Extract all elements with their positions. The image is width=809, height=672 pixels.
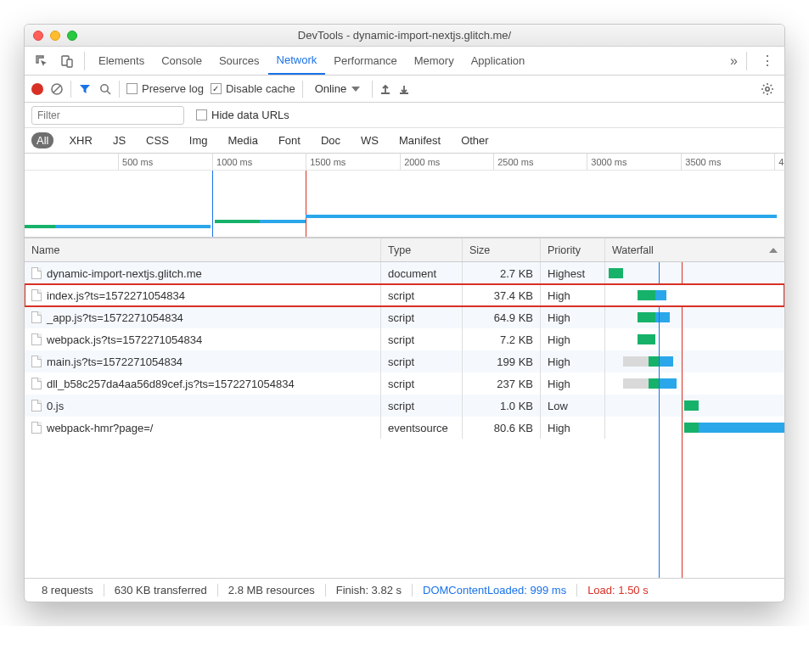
request-name: webpack-hmr?page=/ [47, 422, 153, 434]
file-icon [31, 356, 42, 367]
sort-asc-icon [769, 248, 778, 253]
tab-application[interactable]: Application [463, 47, 534, 75]
timeline-tick: 40 [774, 154, 785, 170]
filter-icon[interactable] [78, 82, 92, 96]
request-name: dynamic-import-nextjs.glitch.me [47, 267, 202, 280]
overview-bar [260, 220, 306, 223]
table-row[interactable]: main.js?ts=1572271054834script199 KBHigh [25, 350, 784, 372]
device-toolbar-icon[interactable] [55, 54, 79, 68]
overview-bar [215, 220, 261, 223]
type-filter-ws[interactable]: WS [356, 132, 384, 148]
download-har-icon[interactable] [398, 83, 410, 95]
throttling-select[interactable]: Online [310, 82, 366, 95]
type-filter-img[interactable]: Img [184, 132, 213, 148]
request-priority: High [541, 328, 605, 350]
overview-timeline[interactable]: 500 ms1000 ms1500 ms2000 ms2500 ms3000 m… [25, 154, 784, 238]
status-dcl: DOMContentLoaded: 999 ms [413, 584, 577, 596]
domcontentloaded-marker [212, 171, 213, 237]
tab-performance[interactable]: Performance [325, 47, 405, 75]
request-type: script [381, 372, 463, 395]
window-title: DevTools - dynamic-import-nextjs.glitch.… [25, 29, 784, 42]
request-size: 199 KB [463, 350, 541, 372]
file-icon [31, 400, 42, 412]
timeline-tick: 2000 ms [400, 154, 440, 170]
inspect-icon[interactable] [30, 54, 53, 68]
status-finish: Finish: 3.82 s [326, 584, 413, 596]
type-filter-css[interactable]: CSS [141, 132, 174, 148]
col-type[interactable]: Type [381, 238, 463, 261]
request-waterfall [605, 306, 784, 328]
col-name[interactable]: Name [25, 238, 381, 261]
request-name: index.js?ts=1572271054834 [47, 289, 185, 302]
table-row[interactable]: dll_b58c257da4aa56d89cef.js?ts=157227105… [25, 372, 784, 395]
kebab-menu-icon[interactable]: ⋮ [756, 53, 779, 69]
panel-tabs: ElementsConsoleSourcesNetworkPerformance… [25, 47, 784, 76]
throttling-value: Online [315, 82, 347, 95]
type-filter-xhr[interactable]: XHR [64, 132, 97, 148]
request-priority: High [541, 372, 605, 395]
type-filter-media[interactable]: Media [222, 132, 262, 148]
network-toolbar: Preserve log Disable cache Online [25, 76, 784, 103]
request-type: document [381, 262, 463, 284]
timeline-tick: 3500 ms [681, 154, 721, 170]
table-row[interactable]: 0.jsscript1.0 KBLow [25, 395, 784, 417]
dcl-line [659, 262, 660, 578]
timeline-tick: 3000 ms [587, 154, 626, 170]
overview-bar [55, 225, 211, 228]
type-filter-doc[interactable]: Doc [316, 132, 346, 148]
request-waterfall [605, 328, 784, 350]
hide-data-urls-checkbox[interactable]: Hide data URLs [196, 109, 289, 121]
settings-gear-icon[interactable] [761, 82, 778, 96]
request-type: script [381, 306, 463, 328]
status-requests: 8 requests [31, 584, 104, 596]
request-name: main.js?ts=1572271054834 [47, 356, 183, 368]
request-type: script [381, 284, 463, 306]
file-icon [31, 267, 42, 279]
col-waterfall[interactable]: Waterfall [605, 238, 784, 261]
table-row[interactable]: webpack-hmr?page=/eventsource80.6 KBHigh [25, 417, 784, 439]
tab-elements[interactable]: Elements [90, 47, 153, 75]
request-waterfall [605, 350, 784, 372]
table-row[interactable]: _app.js?ts=1572271054834script64.9 KBHig… [25, 306, 784, 328]
request-name: _app.js?ts=1572271054834 [47, 311, 183, 324]
tab-network[interactable]: Network [268, 47, 326, 75]
type-filter-js[interactable]: JS [108, 132, 131, 148]
status-load: Load: 1.50 s [577, 584, 659, 596]
request-waterfall [605, 262, 784, 284]
request-type: script [381, 395, 463, 417]
filter-row: Hide data URLs [25, 103, 784, 128]
tab-console[interactable]: Console [153, 47, 211, 75]
svg-line-3 [53, 86, 60, 92]
upload-har-icon[interactable] [379, 83, 391, 95]
request-size: 2.7 KB [463, 262, 541, 284]
file-icon [31, 333, 42, 345]
svg-point-6 [766, 87, 769, 90]
col-size[interactable]: Size [463, 238, 541, 261]
file-icon [31, 422, 42, 434]
table-row[interactable]: index.js?ts=1572271054834script37.4 KBHi… [25, 284, 784, 306]
tab-memory[interactable]: Memory [406, 47, 463, 75]
filter-input[interactable] [31, 106, 184, 125]
table-row[interactable]: dynamic-import-nextjs.glitch.medocument2… [25, 262, 784, 284]
search-icon[interactable] [98, 82, 112, 96]
tab-sources[interactable]: Sources [211, 47, 268, 75]
preserve-log-checkbox[interactable]: Preserve log [126, 82, 204, 95]
more-panels-icon[interactable]: » [730, 53, 738, 69]
table-row[interactable]: webpack.js?ts=1572271054834script7.2 KBH… [25, 328, 784, 350]
type-filter-font[interactable]: Font [273, 132, 306, 148]
type-filter-all[interactable]: All [31, 132, 53, 148]
clear-icon[interactable] [50, 82, 64, 96]
request-priority: High [541, 417, 605, 439]
request-name: 0.js [47, 400, 64, 412]
request-size: 80.6 KB [463, 417, 541, 439]
table-header[interactable]: Name Type Size Priority Waterfall [25, 238, 784, 262]
col-priority[interactable]: Priority [541, 238, 605, 261]
disable-cache-checkbox[interactable]: Disable cache [211, 82, 295, 95]
type-filter-manifest[interactable]: Manifest [394, 132, 446, 148]
svg-line-5 [107, 91, 110, 94]
record-button[interactable] [31, 83, 43, 95]
file-icon [31, 311, 42, 323]
type-filter-other[interactable]: Other [456, 132, 494, 148]
request-size: 237 KB [463, 372, 541, 395]
request-priority: Highest [541, 262, 605, 284]
